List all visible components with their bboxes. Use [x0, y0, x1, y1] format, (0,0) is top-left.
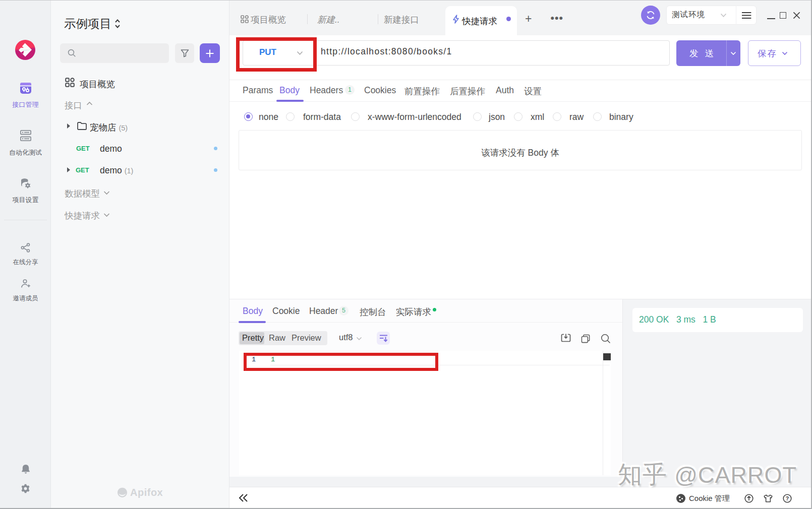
svg-text:?: ?: [786, 495, 789, 501]
